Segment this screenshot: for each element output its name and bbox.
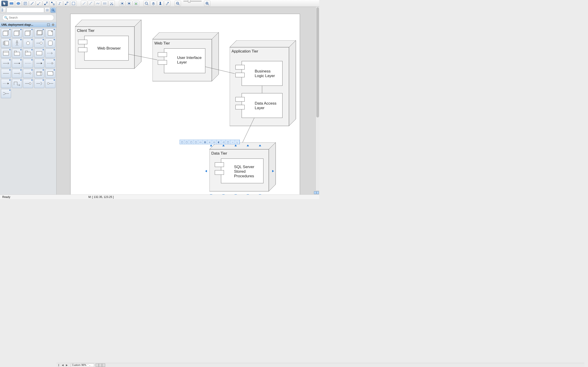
connector3-button[interactable] [50,1,56,6]
status-ready: Ready [2,195,10,199]
shape-socket[interactable] [34,79,44,88]
line-tool-button[interactable] [29,1,35,6]
svg-line-41 [179,4,179,5]
rectangle-tool-button[interactable] [8,1,15,6]
sidebar-search-button[interactable] [50,7,56,13]
segments-button[interactable] [102,1,108,6]
shape-line-circle[interactable] [23,69,33,78]
shape-database[interactable] [45,39,55,48]
ellipse-tool-button[interactable] [15,1,22,6]
insert-button[interactable] [70,1,77,6]
shape-ball[interactable] [23,79,33,88]
pan-tool-button[interactable] [150,1,157,6]
pointer-tool-button[interactable] [1,1,8,6]
bounds2-button[interactable] [126,1,132,6]
shape-ortho[interactable] [12,79,22,88]
stencil-header[interactable]: UML deployment diagr... [0,22,56,27]
cut-path-button[interactable] [108,1,115,6]
shape-arrow-solid[interactable] [34,59,44,68]
shape-component[interactable] [1,39,11,48]
drawing-canvas[interactable]: Client Tier Web Browser Web Tier User In… [70,14,300,194]
svg-line-67 [17,44,18,46]
svg-rect-12 [51,2,52,3]
svg-rect-61 [3,42,5,43]
canvas-corner-icons[interactable] [314,191,319,194]
svg-rect-31 [128,3,130,4]
shape-search-input[interactable] [2,15,54,21]
svg-rect-77 [25,51,27,52]
stencil-title: UML deployment diagr... [1,23,46,26]
svg-rect-0 [10,2,13,4]
shape-actor[interactable] [12,39,22,48]
shape-lollipop[interactable] [34,39,44,48]
connector2-button[interactable] [43,1,49,6]
shape-node-4[interactable] [34,28,44,38]
connector1-button[interactable] [36,1,42,6]
stencil-close-icon[interactable] [51,23,55,27]
zoom-tool-button[interactable] [143,1,150,6]
zoom-in-button[interactable] [204,1,210,6]
zoom-out-button[interactable] [174,1,181,6]
svg-line-13 [52,2,54,4]
shape-node-1[interactable] [1,28,11,38]
svg-rect-21 [67,2,68,3]
bounds3-button[interactable] [133,1,139,6]
stencil-float-icon[interactable] [47,23,50,27]
vertical-scrollbar[interactable] [316,7,319,190]
shape-package-1[interactable] [12,49,22,58]
curve-button[interactable] [95,1,101,6]
shape-ball-socket[interactable] [45,79,55,88]
shape-node-3[interactable] [23,28,33,38]
arc1-button[interactable] [81,1,87,6]
svg-line-112 [128,54,157,60]
svg-rect-9 [44,4,45,5]
shape-note[interactable] [34,69,44,78]
svg-point-29 [121,3,123,4]
shape-rect[interactable] [34,49,44,58]
arc2-button[interactable] [88,1,94,6]
svg-line-66 [16,44,17,46]
zoom-slider[interactable] [183,1,202,2]
canvas-area[interactable]: Client Tier Web Browser Web Tier User In… [57,7,319,194]
svg-point-33 [145,2,147,4]
svg-rect-55 [47,24,50,26]
svg-rect-78 [36,51,42,55]
connector5-button[interactable] [63,1,70,6]
svg-line-10 [45,2,47,4]
shape-realize[interactable] [45,59,55,68]
shape-frame[interactable] [1,49,11,58]
shape-dep-arrow[interactable] [45,49,55,58]
svg-rect-38 [167,2,169,3]
svg-point-53 [52,9,54,11]
shape-merge[interactable] [1,89,11,98]
shape-dep-dash[interactable] [23,59,33,68]
svg-rect-89 [37,72,42,75]
main-toolbar [0,0,319,7]
connector4-button[interactable] [57,1,63,6]
shape-line-diamond[interactable] [12,69,22,78]
tree-view-button[interactable] [0,7,6,13]
svg-rect-76 [25,52,31,55]
svg-line-34 [147,4,148,5]
shape-assoc[interactable] [1,59,11,68]
svg-rect-62 [3,44,5,44]
shape-agg[interactable] [12,59,22,68]
stamp-tool-button[interactable] [157,1,164,6]
shape-line[interactable] [1,69,11,78]
bounds1-button[interactable] [119,1,125,6]
svg-rect-22 [72,2,75,5]
tree-filter-input[interactable] [6,8,44,13]
svg-point-70 [40,42,42,44]
svg-point-63 [16,41,18,42]
shape-dash-arrow2[interactable] [1,79,11,88]
list-view-button[interactable] [44,7,50,13]
svg-point-37 [160,2,161,3]
shape-artifact[interactable] [45,28,55,38]
shape-constraint[interactable] [45,69,55,78]
shape-node-2[interactable] [12,28,22,38]
eyedropper-tool-button[interactable] [164,1,170,6]
svg-point-88 [30,73,31,74]
shape-interface[interactable] [23,39,33,48]
shape-package-2[interactable] [23,49,33,58]
text-tool-button[interactable] [22,1,28,6]
